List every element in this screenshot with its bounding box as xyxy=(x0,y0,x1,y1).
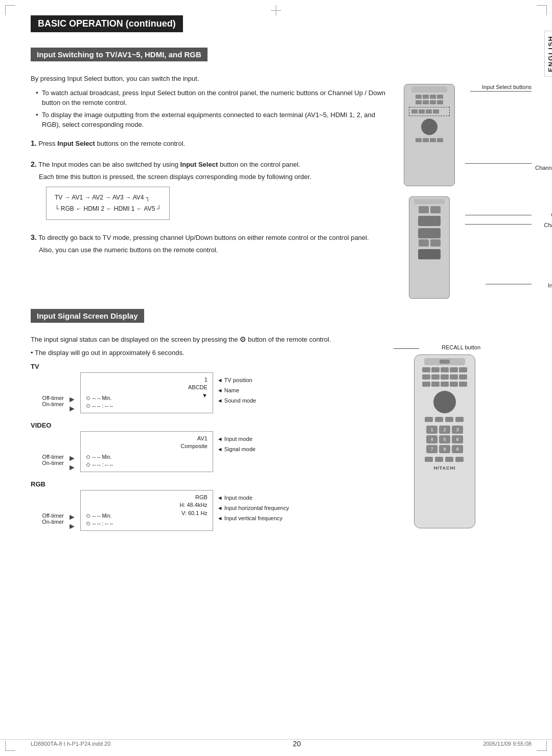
rs-top-bar xyxy=(411,86,447,93)
r2-b20 xyxy=(425,457,433,462)
tv-arrows: ► ► xyxy=(68,372,76,413)
tv-ontimer-display: ⏲ -- -- : -- -- xyxy=(86,402,113,410)
section2-intro-text1: The input signal status can be displayed… xyxy=(31,336,238,343)
rgb-mode-val: RGB xyxy=(179,494,207,501)
section2-bullet: • The display will go out in approximate… xyxy=(31,349,404,357)
recall-icon: ⊙ xyxy=(240,335,248,343)
r2-b15 xyxy=(459,382,467,387)
dotted-select-area xyxy=(409,107,450,116)
rs-btn-row-2 xyxy=(416,100,443,104)
r2-b4 xyxy=(450,367,458,372)
control-panel-area: Channel Up button Channel Down button In… xyxy=(409,196,532,299)
tv-label: TV xyxy=(31,363,404,370)
video-ann-input: Input mode xyxy=(224,436,252,442)
r2-b22 xyxy=(445,457,453,462)
video-ann-signal: Signal mode xyxy=(224,446,256,452)
r2-b14 xyxy=(450,382,458,387)
recall-ann-line xyxy=(394,348,419,349)
ann-cr-line3 xyxy=(486,284,532,284)
tv-position-val: 1 xyxy=(188,376,208,384)
r2-b2 xyxy=(431,367,440,372)
step1: 1. Press Input Select buttons on the rem… xyxy=(31,138,388,149)
section1-right: Input Select buttons xyxy=(399,74,532,299)
r2-top-bar xyxy=(424,358,465,365)
sel-btn-3 xyxy=(426,109,432,114)
flow-diagram: TV → AV1 → AV2 → AV3 → AV4 ┐ └ RGB ← HDM… xyxy=(46,187,170,220)
tv-offtimer-label: Off-timer xyxy=(31,395,64,401)
r2-num-8: 8 xyxy=(439,445,450,453)
bullet-1: To watch actual broadcast, press Input S… xyxy=(36,88,388,108)
tv-name-val: ABCDE xyxy=(188,384,208,391)
rgb-ontimer-display: ⏲ -- -- : -- -- xyxy=(86,520,113,527)
step1-text2: buttons on the remote control. xyxy=(97,140,185,147)
step2-text: The Input modes can be also switched by … xyxy=(38,161,180,168)
section1-intro: By pressing Input Select button, you can… xyxy=(31,74,388,84)
page: BASIC OPERATION (continued) Input Switch… xyxy=(0,0,552,756)
tv-ann-position: TV position xyxy=(224,377,252,383)
corner-tr xyxy=(537,5,547,15)
page-number: 20 xyxy=(293,740,301,748)
step2: 2. The Input modes can be also switched … xyxy=(31,159,388,226)
rgb-label: RGB xyxy=(31,480,404,488)
brand-label: HITACHI xyxy=(434,465,456,471)
r2-b16 xyxy=(425,417,433,422)
r2-num-1: 1 xyxy=(426,426,438,434)
step2-num: 2. xyxy=(31,160,37,168)
step3: 3. To directly go back to TV mode, press… xyxy=(31,232,388,255)
cr-btn-row-1 xyxy=(419,206,441,213)
display-right: RECALL button xyxy=(414,334,532,539)
r2-b13 xyxy=(441,382,449,387)
step2-text2: button on the control panel. xyxy=(220,161,301,168)
cr-btn-row-2 xyxy=(419,239,441,247)
video-screen-content: AV1 Composite xyxy=(180,435,208,451)
r2-b21 xyxy=(435,457,443,462)
step1-bold: Input Select xyxy=(57,140,95,147)
tv-ann-name: Name xyxy=(224,387,239,393)
r2-grid-5 xyxy=(425,457,465,462)
rs-btm-4 xyxy=(437,138,443,142)
recall-remote: 1 2 3 4 5 6 7 8 9 xyxy=(414,354,475,528)
section2: Input Signal Screen Display The input si… xyxy=(31,309,532,539)
cr-btn-2 xyxy=(430,206,441,213)
top-remote-area: Input Select buttons xyxy=(399,84,532,186)
rgb-left-ann: Off-timer On-timer xyxy=(31,490,64,525)
rgb-ann-vfreq: Input vertical frequency xyxy=(224,515,283,521)
r2-num-3: 3 xyxy=(452,426,463,434)
cr-btn-3 xyxy=(419,239,429,247)
rs-btn-4 xyxy=(437,95,443,99)
cr-btn-1 xyxy=(419,206,429,213)
r2-b19 xyxy=(455,417,464,422)
r2-b18 xyxy=(445,417,453,422)
section1-left: By pressing Input Select button, you can… xyxy=(31,74,399,299)
step2-sub: Each time this button is pressed, the sc… xyxy=(39,172,388,182)
video-ontimer-display: ⏲ -- -- : -- -- xyxy=(86,461,113,469)
r2-grid-3 xyxy=(422,382,467,387)
r2-grid-4 xyxy=(425,417,465,422)
crosshair-top-h xyxy=(271,10,281,11)
step1-num: 1. xyxy=(31,139,37,147)
video-right-ann: ◄ Input mode ◄ Signal mode xyxy=(217,431,256,455)
video-ontimer-label: On-timer xyxy=(31,460,64,466)
video-left-ann: Off-timer On-timer xyxy=(31,431,64,466)
tv-screen-box: 1 ABCDE ▼ ⏲ -- -- Min. ⏲ -- -- : -- -- xyxy=(80,372,213,413)
rgb-offtimer-label: Off-timer xyxy=(31,513,64,519)
rgb-h-val: H: 48.4kHz xyxy=(179,501,207,509)
tv-offtimer-display: ⏲ -- -- Min. xyxy=(86,394,113,402)
section2-intro: The input signal status can be displayed… xyxy=(31,334,404,345)
r2-num-9: 9 xyxy=(452,445,463,453)
r2-b12 xyxy=(431,382,440,387)
rgb-ontimer-label: On-timer xyxy=(31,519,64,525)
cr-input-select xyxy=(418,249,441,259)
rgb-ann-input: Input mode xyxy=(224,495,252,501)
rs-btn-3 xyxy=(430,95,436,99)
r2-grid-1 xyxy=(422,367,467,372)
main-title: BASIC OPERATION (continued) xyxy=(31,15,183,32)
section1-content: By pressing Input Select button, you can… xyxy=(31,74,532,299)
tv-group: TV Off-timer On-timer ► ► xyxy=(31,363,404,413)
step3-text: To directly go back to TV mode, pressing… xyxy=(38,234,369,241)
rs-dpad xyxy=(421,119,438,135)
footer-date: 2005/11/09 9:55:08 xyxy=(483,741,532,747)
rgb-row: Off-timer On-timer ► ► RGB H: 48.4kHz V: xyxy=(31,490,404,531)
r2-b23 xyxy=(455,457,464,462)
sub-title-2: Input Signal Screen Display xyxy=(31,309,144,323)
